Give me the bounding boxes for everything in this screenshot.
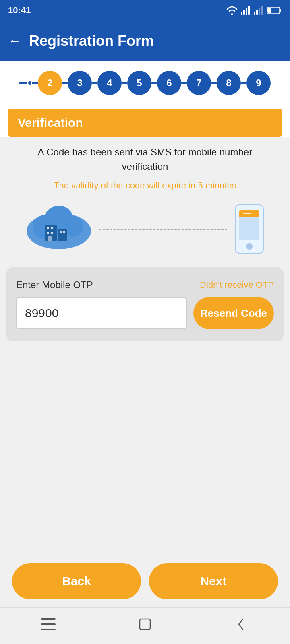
status-time: 10:41	[8, 5, 31, 16]
svg-rect-5	[256, 10, 258, 15]
svg-rect-3	[248, 6, 250, 15]
svg-rect-30	[41, 623, 56, 625]
status-icons	[226, 6, 282, 15]
svg-rect-22	[60, 231, 62, 233]
svg-rect-1	[243, 10, 245, 15]
step-4: 4	[97, 71, 122, 95]
otp-bottom-row: Resend Code	[16, 297, 274, 329]
app-header: ← Registration Form	[0, 21, 290, 61]
svg-point-28	[246, 243, 253, 250]
step-7: 7	[187, 71, 211, 95]
svg-rect-23	[63, 231, 65, 233]
step-6: 6	[157, 71, 181, 95]
step-5: 5	[127, 71, 151, 95]
step-3: 3	[68, 71, 92, 95]
svg-rect-6	[259, 8, 260, 15]
bottom-buttons: Back Next	[0, 555, 290, 607]
svg-rect-9	[280, 9, 281, 12]
svg-rect-17	[47, 227, 49, 229]
svg-rect-2	[246, 8, 247, 15]
step-connector-6	[211, 82, 217, 84]
nav-bar	[0, 607, 290, 644]
back-button[interactable]: ←	[8, 34, 21, 49]
step-2: 2	[38, 71, 62, 95]
step-connector-5	[181, 82, 187, 84]
svg-rect-21	[48, 236, 52, 241]
section-title: Verification	[8, 109, 282, 137]
svg-rect-0	[241, 12, 242, 15]
step-connector-4	[151, 82, 157, 84]
page-title: Registration Form	[29, 33, 154, 50]
step-dot-start	[28, 81, 31, 85]
svg-rect-32	[140, 619, 150, 630]
svg-rect-27	[243, 213, 251, 214]
battery-icon	[267, 6, 282, 15]
step-connector-1	[62, 82, 68, 84]
svg-rect-7	[261, 6, 263, 15]
content-area: A Code has been sent via SMS for mobile …	[0, 137, 290, 555]
step-connector-3	[122, 82, 127, 84]
nav-home-icon[interactable]	[135, 614, 155, 634]
resend-code-button[interactable]: Resend Code	[193, 297, 274, 329]
svg-rect-20	[51, 232, 53, 234]
dashed-line	[99, 229, 227, 230]
svg-rect-16	[58, 229, 67, 241]
phone-icon	[231, 203, 267, 255]
svg-rect-18	[51, 227, 53, 229]
otp-label: Enter Mobile OTP	[16, 279, 93, 291]
step-connector-0	[32, 82, 38, 84]
wifi-icon	[226, 6, 238, 15]
illustration	[6, 203, 284, 255]
step-9: 9	[246, 71, 271, 95]
cloud-building-icon	[23, 203, 95, 255]
svg-rect-29	[41, 618, 56, 620]
step-connector-2	[92, 82, 97, 84]
svg-rect-19	[47, 232, 49, 234]
validity-text: The validity of the code will expire in …	[6, 180, 284, 191]
status-bar: 10:41	[0, 0, 290, 21]
nav-back-icon[interactable]	[232, 614, 252, 634]
step-partial-left	[19, 82, 27, 84]
step-indicator: 2 3 4 5 6 7 8 9	[0, 61, 290, 105]
step-8: 8	[217, 71, 241, 95]
otp-input[interactable]	[16, 297, 187, 329]
svg-rect-4	[254, 12, 255, 15]
resend-link[interactable]: Didn't receive OTP	[200, 280, 274, 290]
next-button[interactable]: Next	[149, 563, 278, 599]
otp-top-row: Enter Mobile OTP Didn't receive OTP	[16, 279, 274, 291]
otp-card: Enter Mobile OTP Didn't receive OTP Rese…	[6, 267, 284, 341]
signal-icon	[241, 6, 251, 15]
step-connector-7	[241, 82, 246, 84]
svg-rect-31	[41, 629, 56, 630]
svg-rect-10	[267, 8, 271, 13]
nav-menu-icon[interactable]	[38, 614, 58, 634]
back-button-bottom[interactable]: Back	[12, 563, 141, 599]
info-text: A Code has been sent via SMS for mobile …	[6, 145, 284, 174]
signal2-icon	[254, 6, 263, 15]
